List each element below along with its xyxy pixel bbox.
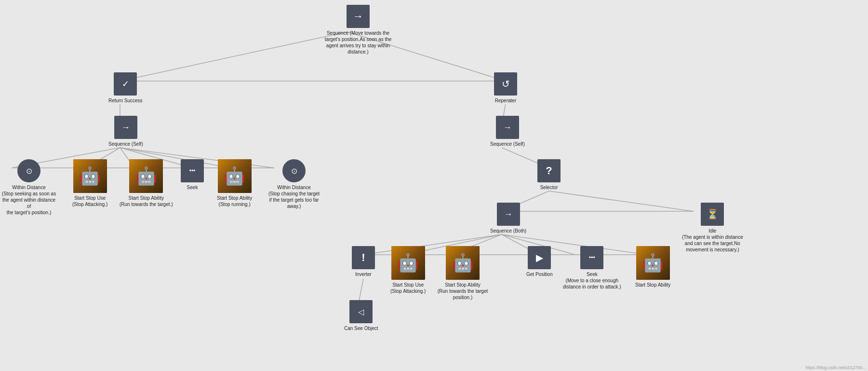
start-stop-ability-left1-icon bbox=[129, 159, 163, 193]
reperater-icon: ↺ bbox=[494, 72, 517, 96]
get-position-label: Get Position bbox=[526, 271, 552, 277]
node-start-stop-ability-bottom[interactable]: Start Stop Ability(Run towards the targe… bbox=[436, 246, 489, 301]
start-stop-use-bottom-icon bbox=[391, 246, 425, 280]
node-inverter[interactable]: ! Inverter bbox=[352, 246, 375, 277]
sequence-self-left-icon: → bbox=[114, 116, 137, 139]
seek-bottom-label: Seek(Move to a close enoughdistance in o… bbox=[563, 271, 621, 290]
inverter-icon: ! bbox=[352, 246, 375, 269]
node-sequence-self-right[interactable]: → Sequence (Self) bbox=[490, 116, 525, 147]
node-sequence-root[interactable]: → Sequence (Move towards the target's po… bbox=[324, 5, 392, 55]
within-distance-left-label: Within Distance(Stop seeking as soon ast… bbox=[0, 184, 58, 216]
sequence-both-icon: → bbox=[497, 203, 520, 226]
start-stop-ability-bottom-icon bbox=[446, 246, 480, 280]
node-selector[interactable]: ? Selector bbox=[537, 159, 561, 191]
node-start-stop-use-bottom[interactable]: Start Stop Use(Stop Attacking.) bbox=[390, 246, 426, 294]
sequence-root-label: Sequence (Move towards the target's posi… bbox=[324, 30, 392, 55]
canvas: → Sequence (Move towards the target's po… bbox=[0, 0, 868, 371]
seek-bottom-icon: ••• bbox=[580, 246, 603, 269]
selector-label: Selector bbox=[540, 184, 558, 191]
within-distance-left-icon: ⊙ bbox=[17, 159, 40, 182]
return-success-icon: ✓ bbox=[114, 72, 137, 96]
idle-icon: ⏳ bbox=[701, 203, 724, 226]
node-idle[interactable]: ⏳ Idle(The agent is within distanceand c… bbox=[682, 203, 743, 253]
node-can-see-object[interactable]: ◁ Can See Object bbox=[344, 300, 378, 331]
get-position-icon: ▶ bbox=[528, 246, 551, 269]
node-start-stop-ability-left2[interactable]: Start Stop Ability(Stop running.) bbox=[217, 159, 252, 207]
node-start-stop-use-left[interactable]: Start Stop Use(Stop Attacking.) bbox=[72, 159, 107, 207]
node-seek-left[interactable]: ••• Seek bbox=[181, 159, 204, 191]
node-sequence-both[interactable]: → Sequence (Both) bbox=[490, 203, 526, 234]
seek-left-label: Seek bbox=[187, 184, 198, 191]
node-get-position[interactable]: ▶ Get Position bbox=[526, 246, 552, 277]
start-stop-ability-bottom2-label: Start Stop Ability bbox=[635, 282, 670, 288]
start-stop-ability-bottom2-icon bbox=[636, 246, 670, 280]
within-distance-right-icon: ⊙ bbox=[282, 159, 306, 182]
start-stop-ability-bottom-label: Start Stop Ability(Run towards the targe… bbox=[436, 282, 489, 301]
start-stop-use-left-icon bbox=[73, 159, 107, 193]
node-start-stop-ability-left1[interactable]: Start Stop Ability(Run towards the targe… bbox=[120, 159, 173, 207]
seek-left-icon: ••• bbox=[181, 159, 204, 182]
node-within-distance-left[interactable]: ⊙ Within Distance(Stop seeking as soon a… bbox=[0, 159, 58, 216]
can-see-object-label: Can See Object bbox=[344, 325, 378, 331]
selector-icon: ? bbox=[537, 159, 561, 182]
node-sequence-self-left[interactable]: → Sequence (Self) bbox=[108, 116, 143, 147]
start-stop-use-left-label: Start Stop Use(Stop Attacking.) bbox=[72, 195, 107, 207]
node-reperater[interactable]: ↺ Reperater bbox=[494, 72, 517, 104]
can-see-object-icon: ◁ bbox=[349, 300, 373, 323]
sequence-self-right-label: Sequence (Self) bbox=[490, 141, 525, 147]
start-stop-ability-left1-label: Start Stop Ability(Run towards the targe… bbox=[120, 195, 173, 207]
start-stop-ability-left2-icon bbox=[218, 159, 252, 193]
node-seek-bottom[interactable]: ••• Seek(Move to a close enoughdistance … bbox=[563, 246, 621, 290]
start-stop-use-bottom-label: Start Stop Use(Stop Attacking.) bbox=[390, 282, 426, 294]
svg-line-0 bbox=[120, 32, 347, 81]
node-start-stop-ability-bottom2[interactable]: Start Stop Ability bbox=[635, 246, 670, 288]
start-stop-ability-left2-label: Start Stop Ability(Stop running.) bbox=[217, 195, 252, 207]
sequence-self-left-label: Sequence (Self) bbox=[108, 141, 143, 147]
sequence-root-icon: → bbox=[347, 5, 370, 28]
inverter-label: Inverter bbox=[355, 271, 372, 277]
idle-label: Idle(The agent is within distanceand can… bbox=[682, 228, 743, 253]
sequence-both-label: Sequence (Both) bbox=[490, 228, 526, 234]
return-success-label: Return Success bbox=[108, 97, 143, 104]
node-within-distance-right[interactable]: ⊙ Within Distance(Stop chasing the targe… bbox=[263, 159, 325, 209]
reperater-label: Reperater bbox=[495, 97, 516, 104]
node-return-success[interactable]: ✓ Return Success bbox=[108, 72, 143, 104]
sequence-self-right-icon: → bbox=[496, 116, 519, 139]
within-distance-right-label: Within Distance(Stop chasing the targeti… bbox=[263, 184, 325, 209]
url-bar: https://blog.csdn.net/u012750... bbox=[803, 364, 868, 371]
svg-line-14 bbox=[549, 191, 694, 211]
